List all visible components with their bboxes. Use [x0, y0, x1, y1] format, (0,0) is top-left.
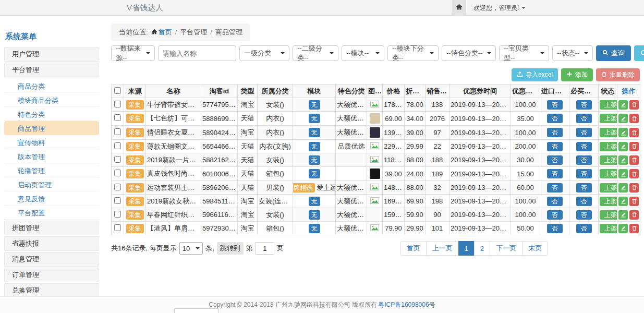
- import-excel-button[interactable]: 导入excel: [512, 68, 558, 81]
- delete-button[interactable]: [629, 210, 639, 220]
- status-button[interactable]: 上架: [600, 114, 617, 123]
- edit-button[interactable]: [618, 114, 628, 123]
- status-button[interactable]: 上架: [600, 224, 617, 233]
- must-buy-toggle[interactable]: 否: [576, 142, 592, 151]
- edit-button[interactable]: [618, 128, 628, 137]
- delete-button[interactable]: [629, 142, 639, 151]
- status-button[interactable]: 上架: [600, 210, 617, 220]
- batch-delete-button[interactable]: 批量删除: [596, 68, 640, 81]
- user-menu[interactable]: 欢迎您，管理员!: [473, 4, 526, 13]
- page-button[interactable]: 上一页: [426, 241, 459, 256]
- edit-button[interactable]: [618, 100, 628, 110]
- name-search-input[interactable]: [158, 45, 236, 61]
- sidebar-sub-item[interactable]: 模块商品分类: [4, 93, 99, 107]
- sidebar-group-item[interactable]: 省惠快报: [4, 236, 99, 251]
- reset-button[interactable]: 重置: [634, 45, 644, 61]
- import-choice-toggle[interactable]: 否: [547, 128, 563, 137]
- import-choice-toggle[interactable]: 否: [547, 197, 563, 206]
- edit-button[interactable]: [618, 155, 628, 165]
- sidebar-sub-item[interactable]: 特色分类: [4, 107, 99, 121]
- page-button[interactable]: 末页: [522, 241, 548, 256]
- delete-button[interactable]: [629, 183, 639, 192]
- must-buy-toggle[interactable]: 否: [576, 224, 592, 233]
- page-button[interactable]: 首页: [400, 241, 427, 256]
- sidebar-group-item[interactable]: 平台管理: [4, 63, 99, 77]
- filter-select[interactable]: --模块下分类--: [387, 45, 439, 61]
- filter-select[interactable]: --宝贝类型--: [499, 45, 549, 61]
- home-button[interactable]: [452, 0, 466, 16]
- icp-link[interactable]: 粤ICP备16098006号: [378, 300, 435, 309]
- edit-button[interactable]: [618, 210, 628, 220]
- delete-button[interactable]: [629, 155, 639, 165]
- edit-button[interactable]: [618, 183, 628, 192]
- delete-button[interactable]: [629, 197, 639, 206]
- search-button[interactable]: 查询: [596, 45, 631, 61]
- delete-button[interactable]: [629, 224, 639, 233]
- import-choice-toggle[interactable]: 否: [547, 155, 563, 165]
- delete-button[interactable]: [629, 100, 639, 110]
- sidebar-sub-item[interactable]: 平台配置: [4, 206, 99, 220]
- must-buy-toggle[interactable]: 否: [576, 100, 592, 110]
- filter-select[interactable]: --特色分类--: [442, 45, 496, 61]
- must-buy-toggle[interactable]: 否: [576, 183, 592, 192]
- delete-button[interactable]: [629, 128, 639, 137]
- sidebar-group-item[interactable]: 消息管理: [4, 252, 99, 267]
- jump-page-input[interactable]: [256, 242, 274, 255]
- page-button[interactable]: 下一页: [490, 241, 523, 256]
- per-page-select[interactable]: 10: [179, 242, 203, 255]
- page-button-active[interactable]: 1: [458, 241, 475, 256]
- sidebar-sub-item[interactable]: 版本管理: [4, 149, 99, 163]
- filter-select[interactable]: --二级分类--: [293, 45, 338, 61]
- status-button[interactable]: 上架: [600, 142, 617, 151]
- row-checkbox[interactable]: [114, 170, 121, 176]
- row-checkbox[interactable]: [114, 101, 121, 107]
- edit-button[interactable]: [618, 142, 628, 151]
- import-choice-toggle[interactable]: 否: [547, 142, 563, 151]
- sidebar-group-item[interactable]: 拼团管理: [4, 221, 99, 235]
- import-choice-toggle[interactable]: 否: [547, 224, 563, 233]
- sidebar-group-item[interactable]: 兑换管理: [4, 283, 99, 298]
- must-buy-toggle[interactable]: 否: [576, 197, 592, 206]
- delete-button[interactable]: [629, 169, 639, 178]
- row-checkbox[interactable]: [114, 197, 121, 204]
- sidebar-sub-item[interactable]: 宣传物料: [4, 135, 99, 149]
- data-source-select[interactable]: --数据来源--: [111, 45, 155, 61]
- import-choice-toggle[interactable]: 否: [547, 183, 563, 192]
- breadcrumb-home-link[interactable]: 首页: [159, 28, 172, 36]
- status-button[interactable]: 上架: [600, 128, 617, 137]
- edit-button[interactable]: [618, 169, 628, 178]
- must-buy-toggle[interactable]: 否: [576, 155, 592, 165]
- import-choice-toggle[interactable]: 否: [547, 210, 563, 220]
- page-button[interactable]: 2: [474, 241, 490, 256]
- sidebar-group-item[interactable]: 订单管理: [4, 268, 99, 282]
- delete-button[interactable]: [629, 114, 639, 123]
- must-buy-toggle[interactable]: 否: [576, 114, 592, 123]
- sidebar-sub-item[interactable]: 轮播管理: [4, 163, 99, 177]
- status-button[interactable]: 上架: [600, 183, 617, 192]
- must-buy-toggle[interactable]: 否: [576, 128, 592, 137]
- import-choice-toggle[interactable]: 否: [547, 114, 563, 123]
- edit-button[interactable]: [618, 224, 628, 233]
- filter-select[interactable]: 一级分类: [239, 45, 289, 61]
- sidebar-sub-item[interactable]: 启动页管理: [4, 177, 99, 191]
- filter-select[interactable]: --状态--: [552, 45, 593, 61]
- status-button[interactable]: 上架: [600, 169, 617, 178]
- status-button[interactable]: 上架: [600, 100, 617, 110]
- must-buy-toggle[interactable]: 否: [576, 210, 592, 220]
- sidebar-group-item[interactable]: 用户管理: [4, 47, 99, 62]
- sidebar-sub-item[interactable]: 意见反馈: [4, 191, 99, 206]
- sidebar-sub-item-active[interactable]: 商品管理: [4, 121, 99, 135]
- import-choice-toggle[interactable]: 否: [547, 169, 563, 178]
- row-checkbox[interactable]: [114, 224, 121, 231]
- status-button[interactable]: 上架: [600, 197, 617, 206]
- import-choice-toggle[interactable]: 否: [547, 100, 563, 110]
- sidebar-sub-item[interactable]: 商品分类: [4, 79, 99, 93]
- row-checkbox[interactable]: [114, 156, 121, 163]
- add-button[interactable]: 添加: [561, 68, 593, 81]
- row-checkbox[interactable]: [114, 128, 121, 135]
- filter-select[interactable]: --模块--: [342, 45, 384, 61]
- jump-button[interactable]: 跳转到: [217, 242, 244, 255]
- row-checkbox[interactable]: [114, 142, 121, 149]
- edit-button[interactable]: [618, 197, 628, 206]
- select-all-checkbox[interactable]: [114, 87, 121, 94]
